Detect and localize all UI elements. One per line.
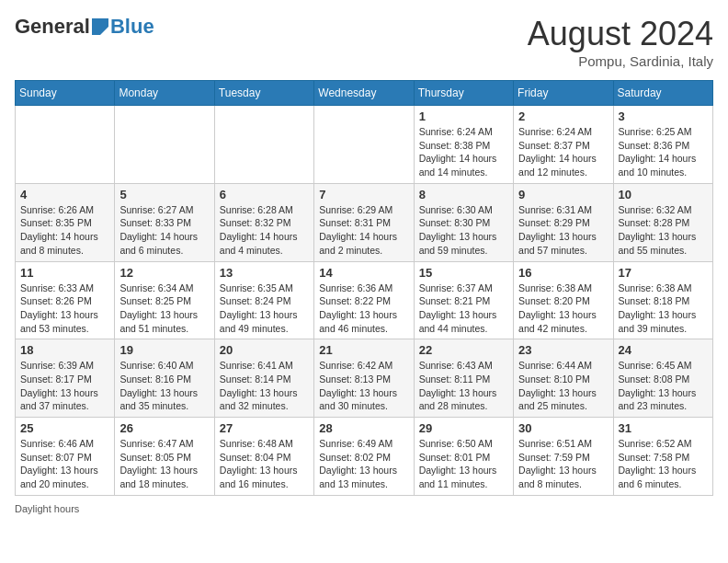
logo-icon <box>92 18 108 35</box>
day-detail: Sunrise: 6:51 AM Sunset: 7:59 PM Dayligh… <box>518 437 608 491</box>
logo: GeneralBlue <box>15 15 154 39</box>
calendar-cell: 27Sunrise: 6:48 AM Sunset: 8:04 PM Dayli… <box>214 418 313 496</box>
header-wednesday: Wednesday <box>314 81 414 106</box>
day-number: 5 <box>119 188 209 201</box>
day-number: 24 <box>619 343 708 357</box>
svg-marker-0 <box>92 18 108 35</box>
day-number: 12 <box>119 266 209 280</box>
day-detail: Sunrise: 6:24 AM Sunset: 8:37 PM Dayligh… <box>518 125 608 179</box>
calendar-cell: 3Sunrise: 6:25 AM Sunset: 8:36 PM Daylig… <box>613 106 712 184</box>
header-friday: Friday <box>514 81 613 106</box>
day-number: 28 <box>319 421 408 435</box>
calendar-week-1: 1Sunrise: 6:24 AM Sunset: 8:38 PM Daylig… <box>16 106 713 184</box>
calendar-week-5: 25Sunrise: 6:46 AM Sunset: 8:07 PM Dayli… <box>16 418 713 496</box>
calendar-header: Sunday Monday Tuesday Wednesday Thursday… <box>16 81 713 106</box>
calendar-cell: 7Sunrise: 6:29 AM Sunset: 8:31 PM Daylig… <box>314 183 414 261</box>
day-number: 31 <box>619 421 708 435</box>
calendar-cell: 5Sunrise: 6:27 AM Sunset: 8:33 PM Daylig… <box>115 183 214 261</box>
month-year: August 2024 <box>528 15 713 53</box>
calendar: Sunday Monday Tuesday Wednesday Thursday… <box>15 80 713 496</box>
day-detail: Sunrise: 6:47 AM Sunset: 8:05 PM Dayligh… <box>119 437 209 491</box>
day-number: 9 <box>518 188 608 201</box>
calendar-cell: 26Sunrise: 6:47 AM Sunset: 8:05 PM Dayli… <box>115 418 214 496</box>
day-number: 14 <box>319 266 408 280</box>
calendar-cell: 29Sunrise: 6:50 AM Sunset: 8:01 PM Dayli… <box>414 418 513 496</box>
calendar-cell: 21Sunrise: 6:42 AM Sunset: 8:13 PM Dayli… <box>314 339 414 418</box>
day-detail: Sunrise: 6:45 AM Sunset: 8:08 PM Dayligh… <box>619 359 708 413</box>
day-detail: Sunrise: 6:27 AM Sunset: 8:33 PM Dayligh… <box>119 203 209 258</box>
day-detail: Sunrise: 6:31 AM Sunset: 8:29 PM Dayligh… <box>518 203 608 258</box>
day-detail: Sunrise: 6:43 AM Sunset: 8:11 PM Dayligh… <box>419 359 508 413</box>
calendar-cell: 20Sunrise: 6:41 AM Sunset: 8:14 PM Dayli… <box>214 339 313 418</box>
day-number: 18 <box>20 343 109 357</box>
day-number: 15 <box>419 266 508 280</box>
day-number: 25 <box>20 421 109 435</box>
day-number: 30 <box>518 421 608 435</box>
day-detail: Sunrise: 6:28 AM Sunset: 8:32 PM Dayligh… <box>220 203 309 258</box>
day-number: 22 <box>419 343 508 357</box>
day-detail: Sunrise: 6:38 AM Sunset: 8:18 PM Dayligh… <box>619 282 708 336</box>
calendar-cell: 6Sunrise: 6:28 AM Sunset: 8:32 PM Daylig… <box>214 183 313 261</box>
calendar-cell: 22Sunrise: 6:43 AM Sunset: 8:11 PM Dayli… <box>414 339 513 418</box>
calendar-cell: 4Sunrise: 6:26 AM Sunset: 8:35 PM Daylig… <box>16 183 115 261</box>
day-number: 3 <box>619 109 708 123</box>
calendar-cell: 31Sunrise: 6:52 AM Sunset: 7:58 PM Dayli… <box>613 418 712 496</box>
day-detail: Sunrise: 6:48 AM Sunset: 8:04 PM Dayligh… <box>220 437 309 491</box>
day-number: 11 <box>20 266 109 280</box>
calendar-cell: 23Sunrise: 6:44 AM Sunset: 8:10 PM Dayli… <box>514 339 613 418</box>
calendar-body: 1Sunrise: 6:24 AM Sunset: 8:38 PM Daylig… <box>16 106 713 496</box>
day-detail: Sunrise: 6:44 AM Sunset: 8:10 PM Dayligh… <box>518 359 608 413</box>
day-detail: Sunrise: 6:33 AM Sunset: 8:26 PM Dayligh… <box>20 282 109 336</box>
day-number: 21 <box>319 343 408 357</box>
header-tuesday: Tuesday <box>214 81 313 106</box>
title-block: August 2024 Pompu, Sardinia, Italy <box>528 15 713 69</box>
day-detail: Sunrise: 6:34 AM Sunset: 8:25 PM Dayligh… <box>119 282 209 336</box>
header-monday: Monday <box>115 81 214 106</box>
day-detail: Sunrise: 6:24 AM Sunset: 8:38 PM Dayligh… <box>419 125 508 179</box>
day-number: 27 <box>220 421 309 435</box>
calendar-cell: 16Sunrise: 6:38 AM Sunset: 8:20 PM Dayli… <box>514 261 613 339</box>
day-detail: Sunrise: 6:35 AM Sunset: 8:24 PM Dayligh… <box>220 282 309 336</box>
calendar-cell <box>16 106 115 184</box>
header-sunday: Sunday <box>16 81 115 106</box>
logo-text: GeneralBlue <box>15 15 154 39</box>
day-detail: Sunrise: 6:49 AM Sunset: 8:02 PM Dayligh… <box>319 437 408 491</box>
day-number: 20 <box>220 343 309 357</box>
logo-blue: Blue <box>110 15 154 39</box>
day-header-row: Sunday Monday Tuesday Wednesday Thursday… <box>16 81 713 106</box>
day-number: 26 <box>119 421 209 435</box>
day-number: 6 <box>220 188 309 201</box>
calendar-week-4: 18Sunrise: 6:39 AM Sunset: 8:17 PM Dayli… <box>16 339 713 418</box>
day-number: 7 <box>319 188 408 201</box>
calendar-cell: 15Sunrise: 6:37 AM Sunset: 8:21 PM Dayli… <box>414 261 513 339</box>
calendar-cell <box>214 106 313 184</box>
day-detail: Sunrise: 6:29 AM Sunset: 8:31 PM Dayligh… <box>319 203 408 258</box>
day-detail: Sunrise: 6:41 AM Sunset: 8:14 PM Dayligh… <box>220 359 309 413</box>
calendar-cell: 19Sunrise: 6:40 AM Sunset: 8:16 PM Dayli… <box>115 339 214 418</box>
calendar-cell: 25Sunrise: 6:46 AM Sunset: 8:07 PM Dayli… <box>16 418 115 496</box>
logo-general: General <box>15 15 90 39</box>
day-detail: Sunrise: 6:36 AM Sunset: 8:22 PM Dayligh… <box>319 282 408 336</box>
header-thursday: Thursday <box>414 81 513 106</box>
day-detail: Sunrise: 6:30 AM Sunset: 8:30 PM Dayligh… <box>419 203 508 258</box>
calendar-week-3: 11Sunrise: 6:33 AM Sunset: 8:26 PM Dayli… <box>16 261 713 339</box>
day-number: 4 <box>20 188 109 201</box>
day-number: 23 <box>518 343 608 357</box>
calendar-cell: 8Sunrise: 6:30 AM Sunset: 8:30 PM Daylig… <box>414 183 513 261</box>
day-detail: Sunrise: 6:38 AM Sunset: 8:20 PM Dayligh… <box>518 282 608 336</box>
calendar-cell: 30Sunrise: 6:51 AM Sunset: 7:59 PM Dayli… <box>514 418 613 496</box>
day-detail: Sunrise: 6:42 AM Sunset: 8:13 PM Dayligh… <box>319 359 408 413</box>
day-number: 8 <box>419 188 508 201</box>
day-detail: Sunrise: 6:32 AM Sunset: 8:28 PM Dayligh… <box>619 203 708 258</box>
calendar-cell: 1Sunrise: 6:24 AM Sunset: 8:38 PM Daylig… <box>414 106 513 184</box>
day-number: 1 <box>419 109 508 123</box>
day-detail: Sunrise: 6:52 AM Sunset: 7:58 PM Dayligh… <box>619 437 708 491</box>
header-saturday: Saturday <box>613 81 712 106</box>
calendar-cell: 12Sunrise: 6:34 AM Sunset: 8:25 PM Dayli… <box>115 261 214 339</box>
calendar-cell: 9Sunrise: 6:31 AM Sunset: 8:29 PM Daylig… <box>514 183 613 261</box>
calendar-cell: 17Sunrise: 6:38 AM Sunset: 8:18 PM Dayli… <box>613 261 712 339</box>
calendar-cell: 11Sunrise: 6:33 AM Sunset: 8:26 PM Dayli… <box>16 261 115 339</box>
day-number: 10 <box>619 188 708 201</box>
calendar-week-2: 4Sunrise: 6:26 AM Sunset: 8:35 PM Daylig… <box>16 183 713 261</box>
day-number: 17 <box>619 266 708 280</box>
